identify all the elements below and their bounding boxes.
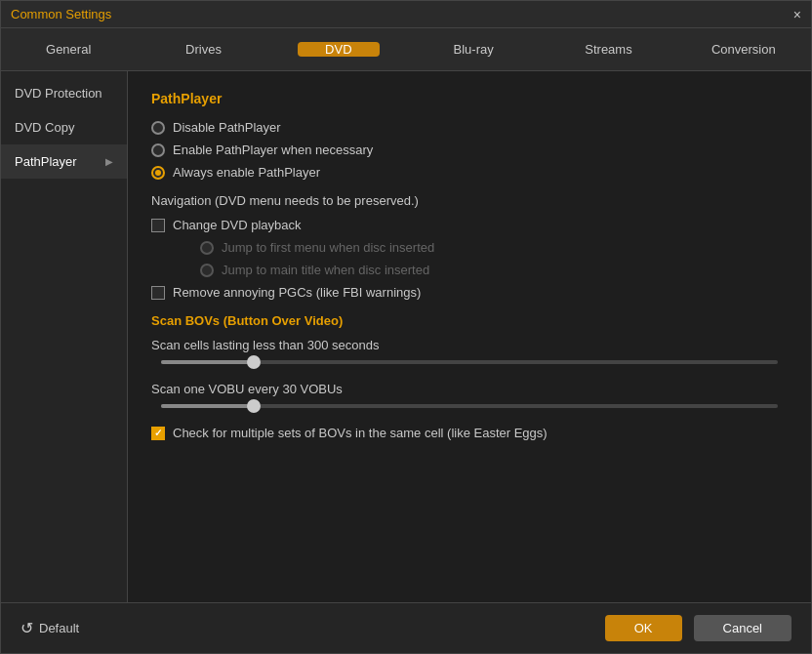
checkbox-remove-pgcs-label: Remove annoying PGCs (like FBI warnings) xyxy=(173,285,421,300)
sidebar-item-dvd-protection[interactable]: DVD Protection xyxy=(1,76,127,110)
main-window: Common Settings × General Drives DVD Blu… xyxy=(0,0,812,654)
checkbox-change-dvd-playback[interactable]: Change DVD playback xyxy=(151,218,788,232)
chevron-right-icon: ▶ xyxy=(105,156,113,167)
sidebar-item-dvd-copy[interactable]: DVD Copy xyxy=(1,110,127,144)
scan-cells-container: Scan cells lasting less than 300 seconds xyxy=(151,338,788,364)
tab-wrapper-bluray: Blu-ray xyxy=(406,28,541,70)
window-title: Common Settings xyxy=(11,7,111,21)
radio-disable-icon[interactable] xyxy=(151,121,165,135)
cancel-button[interactable]: Cancel xyxy=(694,615,792,641)
tab-wrapper-dvd: DVD xyxy=(271,28,406,70)
tab-wrapper-conversion: Conversion xyxy=(676,28,811,70)
title-bar: Common Settings × xyxy=(1,1,811,28)
sidebar-item-pathplayer[interactable]: PathPlayer ▶ xyxy=(1,144,127,179)
tab-wrapper-general: General xyxy=(1,28,136,70)
scan-bov-title: Scan BOVs (Button Over Video) xyxy=(151,313,788,328)
sub-radio-jump-main: Jump to main title when disc inserted xyxy=(200,263,788,277)
checkbox-check-bov-label: Check for multiple sets of BOVs in the s… xyxy=(173,426,548,440)
checkbox-check-bov-icon[interactable] xyxy=(151,427,165,440)
sub-radio-jump-first: Jump to first menu when disc inserted xyxy=(200,240,788,255)
radio-always-enable[interactable]: Always enable PathPlayer xyxy=(151,165,788,180)
radio-jump-main-icon[interactable] xyxy=(200,264,214,277)
nav-section: Navigation (DVD menu needs to be preserv… xyxy=(151,193,788,300)
scan-vobu-label: Scan one VOBU every 30 VOBUs xyxy=(151,382,788,396)
checkbox-change-dvd-label: Change DVD playback xyxy=(173,218,302,232)
nav-title: Navigation (DVD menu needs to be preserv… xyxy=(151,193,788,208)
radio-enable-necessary-label: Enable PathPlayer when necessary xyxy=(173,143,373,157)
radio-jump-main-label: Jump to main title when disc inserted xyxy=(222,263,429,277)
content-area: DVD Protection DVD Copy PathPlayer ▶ Pat… xyxy=(1,71,811,602)
scan-cells-fill xyxy=(161,360,254,364)
scan-vobu-fill xyxy=(161,404,254,408)
scan-cells-thumb[interactable] xyxy=(247,355,261,369)
radio-enable-necessary-icon[interactable] xyxy=(151,143,165,157)
scan-vobu-track xyxy=(161,404,778,408)
footer: ↺ Default OK Cancel xyxy=(1,602,811,653)
scan-section: Scan BOVs (Button Over Video) Scan cells… xyxy=(151,313,788,440)
checkbox-change-dvd-icon[interactable] xyxy=(151,219,165,232)
radio-disable-pathplayer[interactable]: Disable PathPlayer xyxy=(151,120,788,135)
section-title: PathPlayer xyxy=(151,91,788,106)
tab-wrapper-streams: Streams xyxy=(541,28,675,70)
main-content: PathPlayer Disable PathPlayer Enable Pat… xyxy=(128,71,811,602)
tab-streams[interactable]: Streams xyxy=(541,42,675,57)
radio-jump-first-label: Jump to first menu when disc inserted xyxy=(222,240,434,255)
scan-vobu-container: Scan one VOBU every 30 VOBUs xyxy=(151,382,788,408)
radio-jump-first-icon[interactable] xyxy=(200,241,214,255)
tab-dvd[interactable]: DVD xyxy=(298,42,379,57)
radio-enable-necessary[interactable]: Enable PathPlayer when necessary xyxy=(151,143,788,157)
radio-always-enable-label: Always enable PathPlayer xyxy=(173,165,320,180)
footer-right: OK Cancel xyxy=(605,615,792,641)
refresh-icon: ↺ xyxy=(20,619,33,637)
scan-vobu-thumb[interactable] xyxy=(247,399,261,413)
scan-cells-label: Scan cells lasting less than 300 seconds xyxy=(151,338,788,352)
tab-bar: General Drives DVD Blu-ray Streams Conve xyxy=(1,28,811,71)
checkbox-check-bov[interactable]: Check for multiple sets of BOVs in the s… xyxy=(151,426,788,440)
radio-always-enable-icon[interactable] xyxy=(151,166,165,180)
default-button[interactable]: ↺ Default xyxy=(20,619,79,637)
checkbox-remove-pgcs-icon[interactable] xyxy=(151,286,165,300)
tab-conversion[interactable]: Conversion xyxy=(676,42,811,57)
tab-general[interactable]: General xyxy=(1,42,136,57)
tab-drives[interactable]: Drives xyxy=(136,42,270,57)
scan-cells-track xyxy=(161,360,778,364)
radio-disable-label: Disable PathPlayer xyxy=(173,120,281,135)
sidebar: DVD Protection DVD Copy PathPlayer ▶ xyxy=(1,71,128,602)
tab-bluray[interactable]: Blu-ray xyxy=(406,42,541,57)
ok-button[interactable]: OK xyxy=(605,615,682,641)
tab-wrapper-drives: Drives xyxy=(136,28,270,70)
close-button[interactable]: × xyxy=(793,8,801,21)
checkbox-remove-pgcs[interactable]: Remove annoying PGCs (like FBI warnings) xyxy=(151,285,788,300)
